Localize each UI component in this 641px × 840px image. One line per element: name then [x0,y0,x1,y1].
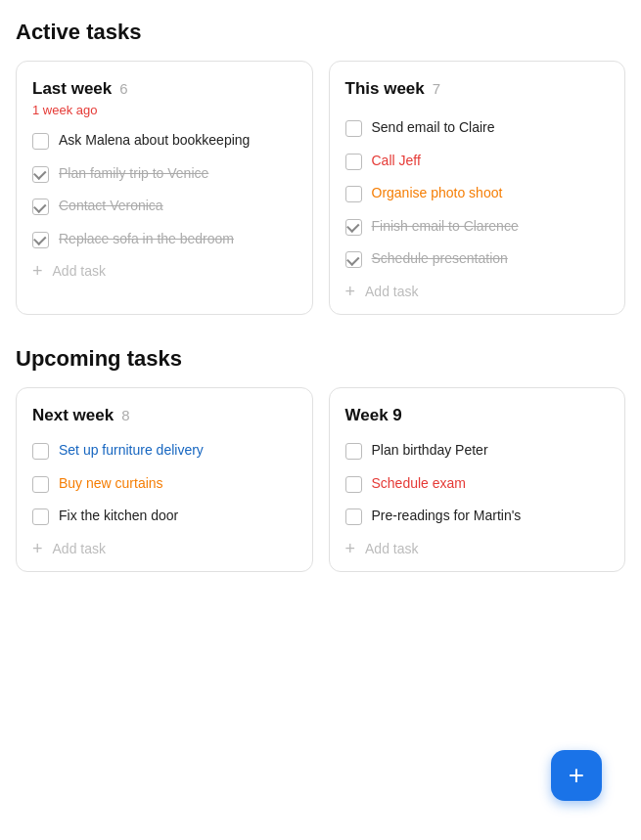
task-checkbox-lw1[interactable] [32,133,49,150]
next-week-count: 8 [121,407,129,423]
week9-title: Week 9 [345,406,402,425]
this-week-add-task[interactable]: + Add task [345,283,610,300]
task-checkbox-lw4[interactable] [32,232,49,248]
task-label-lw1: Ask Malena about bookkeeping [59,131,250,151]
task-checkbox-tw2[interactable] [345,154,362,170]
list-item: Plan family trip to Venice [32,164,297,184]
task-label-w91: Plan birthday Peter [372,441,488,461]
list-item: Finish email to Clarence [345,217,610,237]
add-task-fab[interactable]: + [551,750,602,801]
next-week-add-label: Add task [53,541,106,556]
task-checkbox-nw2[interactable] [32,476,49,493]
task-checkbox-tw1[interactable] [345,120,362,137]
list-item: Ask Malena about bookkeeping [32,131,297,151]
this-week-card: This week 7 Send email to Claire Call Je… [329,61,626,315]
last-week-card: Last week 6 1 week ago Ask Malena about … [16,61,313,315]
task-checkbox-lw2[interactable] [32,166,49,183]
list-item: Set up furniture delivery [32,441,297,461]
task-label-tw1: Send email to Claire [372,118,495,138]
task-label-tw4: Finish email to Clarence [372,217,519,237]
last-week-header: Last week 6 [32,79,297,99]
plus-icon: + [569,762,584,789]
upcoming-tasks-row: Next week 8 Set up furniture delivery Bu… [16,387,625,572]
last-week-title: Last week [32,79,112,99]
list-item: Plan birthday Peter [345,441,610,461]
next-week-card: Next week 8 Set up furniture delivery Bu… [16,387,313,572]
task-checkbox-tw4[interactable] [345,219,362,236]
active-tasks-heading: Active tasks [16,20,625,45]
task-checkbox-w91[interactable] [345,443,362,460]
task-checkbox-lw3[interactable] [32,199,49,215]
list-item: Replace sofa in the bedroom [32,230,297,249]
task-label-nw3: Fix the kitchen door [59,507,178,526]
week9-card: Week 9 Plan birthday Peter Schedule exam… [329,387,626,572]
list-item: Send email to Claire [345,118,610,138]
task-label-lw3: Contact Veronica [59,197,163,216]
next-week-title: Next week [32,406,114,425]
task-checkbox-tw5[interactable] [345,251,362,268]
list-item: Schedule presentation [345,249,610,269]
last-week-count: 6 [119,80,127,97]
task-label-w92: Schedule exam [372,474,467,494]
list-item: Call Jeff [345,152,610,171]
task-label-tw2: Call Jeff [372,152,421,171]
last-week-add-label: Add task [53,263,106,279]
list-item: Pre-readings for Martin's [345,507,610,526]
this-week-title: This week [345,79,425,99]
task-label-w93: Pre-readings for Martin's [372,507,522,526]
list-item: Schedule exam [345,474,610,494]
task-label-tw5: Schedule presentation [372,249,508,269]
last-week-add-task[interactable]: + Add task [32,262,297,280]
list-item: Buy new curtains [32,474,297,494]
next-week-task-list: Set up furniture delivery Buy new curtai… [32,441,297,526]
last-week-subtitle: 1 week ago [32,103,297,117]
week9-header: Week 9 [345,406,610,425]
list-item: Contact Veronica [32,197,297,216]
next-week-header: Next week 8 [32,406,297,425]
next-week-add-task[interactable]: + Add task [32,540,297,557]
list-item: Fix the kitchen door [32,507,297,526]
task-checkbox-w93[interactable] [345,508,362,525]
list-item: Organise photo shoot [345,184,610,203]
plus-icon: + [345,540,356,557]
task-label-lw2: Plan family trip to Venice [59,164,208,184]
task-checkbox-nw3[interactable] [32,508,49,525]
plus-icon: + [345,283,356,300]
task-label-lw4: Replace sofa in the bedroom [59,230,234,249]
plus-icon: + [32,540,43,557]
this-week-task-list: Send email to Claire Call Jeff Organise … [345,118,610,269]
week9-task-list: Plan birthday Peter Schedule exam Pre-re… [345,441,610,526]
plus-icon: + [32,262,43,280]
task-label-nw2: Buy new curtains [59,474,163,494]
upcoming-tasks-heading: Upcoming tasks [16,346,625,372]
task-label-tw3: Organise photo shoot [372,184,503,203]
this-week-header: This week 7 [345,79,610,99]
last-week-task-list: Ask Malena about bookkeeping Plan family… [32,131,297,248]
task-checkbox-tw3[interactable] [345,186,362,202]
week9-add-task[interactable]: + Add task [345,540,610,557]
week9-add-label: Add task [365,541,418,556]
this-week-add-label: Add task [365,284,418,299]
this-week-count: 7 [433,80,440,97]
task-checkbox-nw1[interactable] [32,443,49,460]
task-label-nw1: Set up furniture delivery [59,441,204,461]
task-checkbox-w92[interactable] [345,476,362,493]
active-tasks-row: Last week 6 1 week ago Ask Malena about … [16,61,625,315]
